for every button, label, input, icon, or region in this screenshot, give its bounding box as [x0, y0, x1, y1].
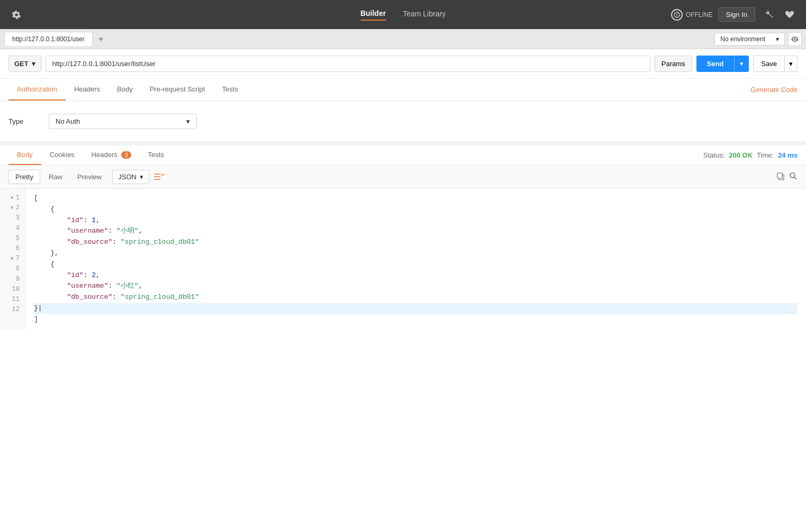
response-status-area: Status: 200 OK Time: 24 ms — [703, 151, 798, 159]
send-button[interactable]: Send — [696, 56, 735, 72]
svg-point-2 — [676, 15, 677, 16]
svg-line-6 — [794, 177, 796, 179]
code-line-7: { — [34, 259, 798, 270]
code-line-2: { — [34, 204, 798, 215]
url-input[interactable] — [46, 56, 650, 72]
main-content: GET ▾ Params Send ▾ Save ▾ Authorization… — [0, 49, 806, 532]
code-line-5: "db_source": "spring_cloud_db01" — [34, 237, 798, 248]
line-num-12: 12 — [5, 305, 20, 315]
code-line-3: "id": 1, — [34, 215, 798, 226]
generate-code-link[interactable]: Generate Code — [750, 86, 798, 94]
line-num-8: 8 — [5, 264, 20, 274]
line-num-4: 4 — [5, 224, 20, 234]
code-line-11: }| — [34, 303, 798, 314]
auth-chevron-icon: ▾ — [186, 117, 190, 125]
code-line-6: }, — [34, 248, 798, 259]
headers-badge: 3 — [121, 151, 131, 159]
env-chevron-icon: ▾ — [776, 35, 779, 43]
response-tab-tests[interactable]: Tests — [140, 145, 173, 165]
format-tab-preview[interactable]: Preview — [71, 170, 108, 184]
line-num-10: 10 — [5, 285, 20, 295]
toolbar-actions — [776, 172, 798, 182]
top-nav: Builder Team Library OFFLINE Sign In — [0, 0, 806, 29]
headers-label: Headers — [92, 151, 117, 159]
code-line-8: "id": 2, — [34, 270, 798, 281]
offline-dot — [671, 9, 683, 21]
sign-in-button[interactable]: Sign In — [718, 7, 755, 22]
copy-icon[interactable] — [776, 172, 785, 182]
auth-type-label: Type — [8, 117, 40, 125]
send-button-group: Send ▾ — [696, 56, 749, 72]
env-eye-button[interactable] — [788, 32, 802, 46]
save-button[interactable]: Save — [753, 56, 785, 72]
status-label: Status: — [703, 151, 725, 159]
request-tab-label: http://127.0.0.1:8001/user — [12, 35, 85, 43]
request-section-tabs: Authorization Headers Body Pre-request S… — [0, 79, 806, 101]
env-value: No environment — [720, 35, 765, 43]
json-type-dropdown[interactable]: JSON ▾ — [112, 170, 149, 184]
tab-bar: http://127.0.0.1:8001/user + No environm… — [0, 29, 806, 49]
line-num-11: 11 — [5, 295, 20, 305]
tab-body[interactable]: Body — [108, 79, 141, 100]
settings-icon[interactable] — [8, 7, 24, 23]
tab-tests[interactable]: Tests — [213, 79, 246, 100]
wrench-icon[interactable] — [760, 7, 776, 23]
time-value: 24 ms — [778, 151, 798, 159]
code-line-10: "db_source": "spring_cloud_db01" — [34, 292, 798, 303]
line-numbers: ▼1 ▼2 3 4 5 6 ▼7 8 9 10 11 12 — [0, 189, 25, 329]
heart-icon[interactable] — [782, 7, 798, 23]
code-line-9: "username": "小红", — [34, 281, 798, 292]
offline-label: OFFLINE — [686, 11, 713, 19]
request-tab[interactable]: http://127.0.0.1:8001/user — [4, 32, 93, 46]
tab-pre-request-script[interactable]: Pre-request Script — [141, 79, 214, 100]
env-selector: No environment ▾ — [714, 32, 802, 46]
params-button[interactable]: Params — [655, 56, 692, 72]
code-line-1: [ — [34, 193, 798, 204]
line-num-9: 9 — [5, 274, 20, 285]
line-num-5: 5 — [5, 234, 20, 244]
offline-indicator: OFFLINE — [671, 9, 713, 21]
code-line-4: "username": "小明", — [34, 226, 798, 237]
request-panel: GET ▾ Params Send ▾ Save ▾ Authorization… — [0, 49, 806, 142]
auth-type-value: No Auth — [56, 117, 80, 125]
tab-authorization[interactable]: Authorization — [8, 79, 66, 100]
json-type-label: JSON — [118, 173, 137, 181]
code-content: [ { "id": 1, "username": "小明", "db_sourc… — [25, 189, 806, 329]
nav-right: OFFLINE Sign In — [671, 7, 798, 23]
response-tab-body[interactable]: Body — [8, 145, 41, 165]
svg-rect-4 — [777, 173, 782, 178]
add-tab-button[interactable]: + — [95, 33, 107, 45]
method-chevron-icon: ▾ — [32, 60, 35, 68]
status-value: 200 OK — [729, 151, 753, 159]
response-tabs-bar: Body Cookies Headers 3 Tests Status: 200… — [0, 145, 806, 166]
env-dropdown[interactable]: No environment ▾ — [714, 33, 785, 45]
json-dropdown-chevron: ▾ — [140, 173, 143, 181]
method-selector[interactable]: GET ▾ — [8, 56, 41, 72]
search-icon[interactable] — [789, 172, 798, 182]
save-dropdown-button[interactable]: ▾ — [785, 56, 798, 72]
line-num-3: 3 — [5, 213, 20, 223]
format-tab-raw[interactable]: Raw — [42, 170, 69, 184]
line-num-7: ▼7 — [5, 254, 20, 264]
wrap-icon[interactable]: ☰↵ — [153, 172, 165, 182]
method-value: GET — [14, 60, 29, 68]
response-toolbar: Pretty Raw Preview JSON ▾ ☰↵ — [0, 166, 806, 189]
tab-team-library[interactable]: Team Library — [403, 10, 446, 20]
request-bar: GET ▾ Params Send ▾ Save ▾ — [0, 49, 806, 79]
tab-headers[interactable]: Headers — [66, 79, 108, 100]
response-tab-cookies[interactable]: Cookies — [41, 145, 83, 165]
line-num-2: ▼2 — [5, 203, 20, 213]
line-num-1: ▼1 — [5, 193, 20, 203]
save-button-group: Save ▾ — [753, 56, 798, 72]
code-line-12: ] — [34, 314, 798, 325]
tab-builder[interactable]: Builder — [360, 9, 386, 21]
format-tab-pretty[interactable]: Pretty — [8, 170, 40, 184]
auth-type-dropdown[interactable]: No Auth ▾ — [49, 114, 197, 129]
response-panel: Body Cookies Headers 3 Tests Status: 200… — [0, 145, 806, 532]
code-viewer: ▼1 ▼2 3 4 5 6 ▼7 8 9 10 11 12 [ { "id": … — [0, 189, 806, 329]
send-dropdown-button[interactable]: ▾ — [734, 56, 749, 72]
time-label: Time: — [757, 151, 774, 159]
auth-section: Type No Auth ▾ — [0, 101, 806, 142]
response-tab-headers[interactable]: Headers 3 — [83, 145, 140, 165]
line-num-6: 6 — [5, 244, 20, 254]
